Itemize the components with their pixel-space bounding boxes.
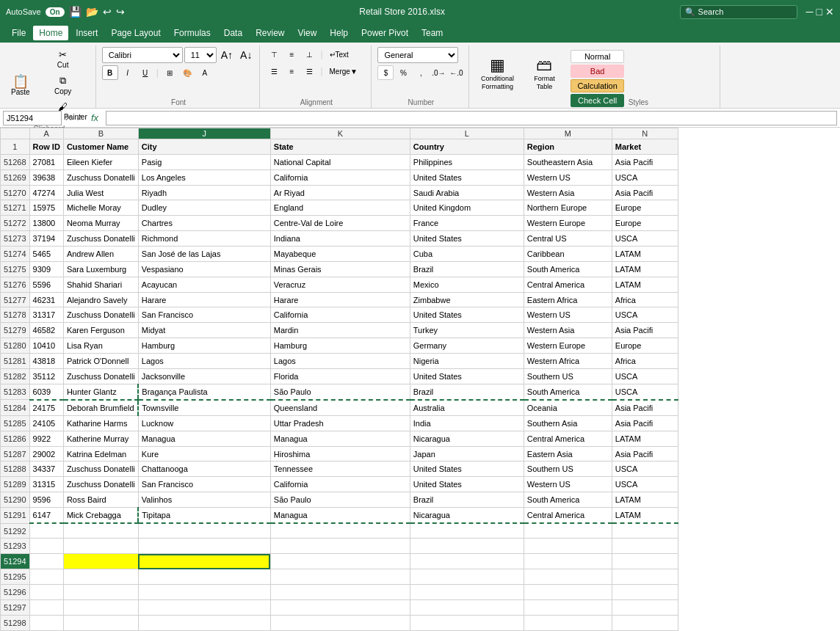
table-cell[interactable] (138, 599, 270, 615)
table-cell[interactable]: Caribbean (524, 247, 612, 262)
underline-button[interactable]: U (137, 65, 153, 80)
minimize-icon[interactable]: ─ (806, 6, 814, 18)
table-cell[interactable]: Ross Baird (63, 492, 138, 508)
table-cell[interactable]: Central America (524, 277, 612, 292)
col-header-L[interactable]: M (524, 128, 612, 139)
table-cell[interactable]: LATAM (612, 247, 678, 262)
table-cell[interactable]: USCA (612, 307, 678, 323)
table-cell[interactable]: India (410, 415, 524, 431)
table-cell[interactable]: South America (524, 384, 612, 400)
table-cell[interactable]: 46231 (29, 292, 63, 307)
table-cell[interactable] (63, 523, 138, 539)
table-cell[interactable]: 9922 (29, 431, 63, 446)
table-cell[interactable] (29, 615, 63, 630)
table-cell[interactable]: United States (410, 231, 524, 247)
table-cell[interactable]: 6039 (29, 384, 63, 400)
cancel-formula-icon[interactable]: ✕ (65, 112, 73, 123)
table-cell[interactable]: Asia Pacifi (612, 185, 678, 200)
normal-style-button[interactable]: Normal (571, 50, 623, 63)
undo-icon[interactable]: ↩ (103, 6, 112, 18)
format-as-table-button[interactable]: 🗃 Format Table (522, 47, 566, 100)
table-cell[interactable] (63, 554, 138, 569)
table-cell[interactable]: Western US (524, 307, 612, 323)
table-cell[interactable] (524, 539, 612, 554)
table-cell[interactable]: Asia Pacifi (612, 446, 678, 462)
table-cell[interactable]: Sara Luxemburg (63, 261, 138, 277)
table-cell[interactable]: São Paulo (270, 492, 410, 508)
table-cell[interactable] (612, 615, 678, 630)
table-cell[interactable] (29, 539, 63, 554)
table-cell[interactable]: Europe (612, 338, 678, 354)
table-cell[interactable]: Kure (138, 446, 270, 462)
merge-center-button[interactable]: Merge▼ (326, 65, 361, 78)
table-cell[interactable]: Alejandro Savely (63, 292, 138, 307)
table-cell[interactable]: 27081 (29, 154, 63, 169)
table-cell[interactable]: 31317 (29, 307, 63, 323)
table-cell[interactable]: Central US (524, 231, 612, 247)
table-cell[interactable] (270, 539, 410, 554)
table-cell[interactable]: Ar Riyad (270, 185, 410, 200)
table-cell[interactable]: Mayabeque (270, 247, 410, 262)
table-cell[interactable] (612, 599, 678, 615)
table-cell[interactable] (410, 554, 524, 569)
table-cell[interactable]: 34337 (29, 462, 63, 477)
table-cell[interactable]: United Kingdom (410, 200, 524, 216)
menu-help[interactable]: Help (324, 26, 354, 40)
table-cell[interactable]: Pasig (138, 154, 270, 169)
table-cell[interactable] (63, 569, 138, 585)
search-box[interactable]: 🔍 Search (680, 5, 797, 19)
table-cell[interactable]: LATAM (612, 261, 678, 277)
table-cell[interactable]: Oceania (524, 400, 612, 416)
table-cell[interactable]: Europe (612, 200, 678, 216)
menu-insert[interactable]: Insert (70, 26, 104, 40)
table-cell[interactable] (270, 585, 410, 600)
table-cell[interactable]: USCA (612, 477, 678, 492)
wrap-text-button[interactable]: ↵Text (326, 48, 352, 61)
table-cell[interactable]: Eastern Africa (524, 292, 612, 307)
formula-input[interactable] (106, 111, 837, 125)
table-cell[interactable]: Western Europe (524, 216, 612, 231)
table-cell[interactable]: Customer Name (63, 139, 138, 155)
table-cell[interactable]: Africa (612, 354, 678, 369)
table-cell[interactable]: United States (410, 169, 524, 185)
table-cell[interactable] (138, 539, 270, 554)
table-cell[interactable] (410, 615, 524, 630)
table-cell[interactable] (524, 585, 612, 600)
currency-button[interactable]: $ (377, 65, 394, 80)
table-cell[interactable]: Zuschuss Donatelli (63, 368, 138, 384)
table-cell[interactable] (138, 615, 270, 630)
col-header-A[interactable]: A (29, 128, 63, 139)
calculation-style-button[interactable]: Calculation (571, 79, 623, 92)
table-cell[interactable]: City (138, 139, 270, 155)
table-cell[interactable]: South America (524, 492, 612, 508)
table-cell[interactable]: Shahid Shariari (63, 277, 138, 292)
close-icon[interactable]: ✕ (825, 6, 834, 18)
col-header-B[interactable]: B (63, 128, 138, 139)
table-cell[interactable]: Germany (410, 338, 524, 354)
table-cell[interactable]: 6147 (29, 508, 63, 524)
fill-color-button[interactable]: 🎨 (179, 65, 195, 80)
table-cell[interactable]: Hunter Glantz (63, 384, 138, 400)
align-bottom-button[interactable]: ⊥ (301, 47, 317, 62)
table-cell[interactable] (410, 569, 524, 585)
table-cell[interactable]: Katrina Edelman (63, 446, 138, 462)
table-cell[interactable] (29, 523, 63, 539)
table-cell[interactable] (138, 554, 270, 569)
table-cell[interactable] (63, 585, 138, 600)
table-cell[interactable]: Valinhos (138, 492, 270, 508)
table-cell[interactable]: Neoma Murray (63, 216, 138, 231)
table-cell[interactable]: Row ID (29, 139, 63, 155)
table-cell[interactable]: Central America (524, 508, 612, 524)
table-cell[interactable] (612, 585, 678, 600)
table-cell[interactable]: Patrick O'Donnell (63, 354, 138, 369)
table-cell[interactable]: Region (524, 139, 612, 155)
check-cell-style-button[interactable]: Check Cell (571, 94, 623, 107)
table-cell[interactable]: France (410, 216, 524, 231)
table-cell[interactable]: Indiana (270, 231, 410, 247)
menu-view[interactable]: View (292, 26, 323, 40)
table-cell[interactable]: Michelle Moray (63, 200, 138, 216)
table-cell[interactable]: Bragança Paulista (138, 384, 270, 400)
table-cell[interactable]: National Capital (270, 154, 410, 169)
table-cell[interactable] (138, 585, 270, 600)
table-cell[interactable]: Northern Europe (524, 200, 612, 216)
